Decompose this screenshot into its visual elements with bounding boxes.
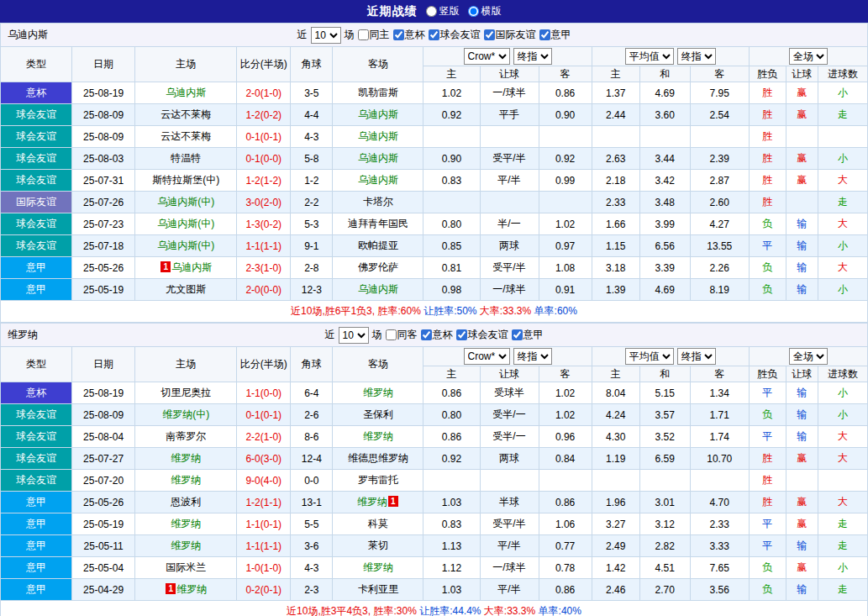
filter-option[interactable]: 意甲 xyxy=(539,28,571,42)
filter-option[interactable]: 意杯 xyxy=(421,328,453,342)
odds-home-cell: 1.12 xyxy=(423,557,480,579)
match-count-select[interactable]: 10 xyxy=(339,327,369,344)
odds-home-cell: 0.85 xyxy=(423,235,480,257)
filter-option[interactable]: 国际友谊 xyxy=(484,28,536,42)
corner-cell: 5-5 xyxy=(291,513,333,535)
result-cell: 负 xyxy=(749,279,786,301)
team-link: 圣保利 xyxy=(363,408,393,420)
avg-odds-select[interactable]: 平均值 xyxy=(625,348,674,365)
summary-text: 大率:33.3% xyxy=(477,305,532,317)
horizontal-layout-radio[interactable] xyxy=(468,6,479,17)
odds-final-select[interactable]: 终指 xyxy=(513,348,552,365)
avg-home-cell: 1.96 xyxy=(592,492,639,513)
odds-handicap-cell: 受平/半 xyxy=(480,148,539,170)
team-link: 科莫 xyxy=(368,518,388,529)
handicap-result-cell: 输 xyxy=(786,382,818,404)
odds-handicap-cell: 一/球半 xyxy=(480,279,539,301)
type-cell: 意甲 xyxy=(1,535,72,557)
avg-draw-cell: 3.01 xyxy=(639,492,690,513)
match-row: 国际友谊25-07-26乌迪内斯(中)3-0(2-0)2-2卡塔尔2.333.4… xyxy=(1,192,868,213)
type-cell: 意甲 xyxy=(1,579,72,601)
summary-text: 让胜率:50% xyxy=(421,305,477,317)
away-team-cell: 乌迪内斯 xyxy=(333,279,423,301)
match-count-select[interactable]: 10 xyxy=(311,27,341,44)
corner-cell: 3-6 xyxy=(291,535,333,557)
handicap-result-cell xyxy=(786,470,818,492)
handicap-result-cell: 输 xyxy=(786,235,818,257)
match-scope-select[interactable]: 全场 xyxy=(789,48,828,65)
odds-company-select[interactable]: Crow* xyxy=(464,348,510,365)
red-card-badge: 1 xyxy=(160,261,171,272)
goals-result-cell: 小 xyxy=(818,404,867,426)
avg-home-cell: 2.44 xyxy=(592,104,639,126)
column-header: 主 xyxy=(423,66,480,82)
avg-away-cell: 2.87 xyxy=(690,170,749,192)
avg-away-cell: 4.70 xyxy=(690,492,749,513)
odds-away-cell: 0.86 xyxy=(539,82,592,104)
avg-odds-select[interactable]: 平均值 xyxy=(625,48,674,65)
score-cell: 1-2(1-1) xyxy=(237,492,291,513)
score-cell: 0-1(0-0) xyxy=(237,148,291,170)
filter-checkbox[interactable] xyxy=(512,329,523,340)
filter-option[interactable]: 意甲 xyxy=(512,328,544,342)
filter-checkbox[interactable] xyxy=(421,329,432,340)
avg-home-cell: 1.39 xyxy=(592,279,639,301)
odds-away-cell xyxy=(539,470,592,492)
filter-checkbox[interactable] xyxy=(539,29,550,40)
filter-checkbox[interactable] xyxy=(393,29,404,40)
filter-checkbox[interactable] xyxy=(484,29,495,40)
filter-option[interactable]: 意杯 xyxy=(393,28,425,42)
team-link: 维罗纳 xyxy=(171,540,201,551)
away-team-cell: 迪拜青年国民 xyxy=(333,213,423,235)
vertical-layout-radio[interactable] xyxy=(426,6,437,17)
odds-home-cell: 1.03 xyxy=(423,492,480,513)
filter-option[interactable]: 球会友谊 xyxy=(429,28,481,42)
match-row: 意甲25-05-19尤文图斯2-0(0-0)12-3乌迪内斯0.98一/球半0.… xyxy=(1,279,868,301)
date-cell: 25-05-11 xyxy=(72,535,135,557)
goals-result-cell: 走 xyxy=(818,513,867,535)
date-cell: 25-08-04 xyxy=(72,426,135,448)
avg-home-cell: 2.63 xyxy=(592,148,639,170)
avg-draw-cell xyxy=(639,126,690,148)
avg-away-cell: 2.54 xyxy=(690,104,749,126)
column-header: 客 xyxy=(690,66,749,82)
team-name: 乌迪内斯 xyxy=(8,28,48,42)
filter-option[interactable]: 球会友谊 xyxy=(456,328,508,342)
date-cell: 25-07-20 xyxy=(72,470,135,492)
type-cell: 意甲 xyxy=(1,513,72,535)
team-link: 罗韦雷托 xyxy=(358,474,398,486)
filter-option[interactable]: 同客 xyxy=(386,328,418,342)
away-team-cell: 维罗纳 xyxy=(333,426,423,448)
odds-handicap-cell: 受平/半 xyxy=(480,257,539,279)
filter-checkbox[interactable] xyxy=(358,29,369,40)
score-cell: 1-2(1-2) xyxy=(237,170,291,192)
filter-label: 球会友谊 xyxy=(468,328,508,342)
avg-final-select[interactable]: 终指 xyxy=(677,348,716,365)
summary-row: 近10场,胜6平1负3, 胜率:60% 让胜率:50% 大率:33.3% 单率:… xyxy=(1,301,868,323)
layout-option-vertical[interactable]: 竖版 xyxy=(426,4,460,18)
away-team-cell: 凯勒雷斯 xyxy=(333,82,423,104)
score-cell: 0-1(0-1) xyxy=(237,126,291,148)
layout-option-horizontal[interactable]: 横版 xyxy=(468,4,502,18)
match-scope-select[interactable]: 全场 xyxy=(789,348,828,365)
column-header: 让球 xyxy=(786,366,818,382)
near-label: 近 xyxy=(325,328,335,342)
odds-company-select[interactable]: Crow* xyxy=(464,48,510,65)
team-link: 云达不莱梅 xyxy=(160,108,211,120)
odds-home-cell: 0.80 xyxy=(423,213,480,235)
odds-home-cell: 0.83 xyxy=(423,513,480,535)
filter-checkbox[interactable] xyxy=(429,29,439,40)
odds-final-select[interactable]: 终指 xyxy=(513,48,552,65)
result-cell: 负 xyxy=(749,213,786,235)
score-cell: 6-0(3-0) xyxy=(237,448,291,470)
filter-label: 意甲 xyxy=(551,28,571,42)
filter-option[interactable]: 同主 xyxy=(358,28,390,42)
avg-final-select[interactable]: 终指 xyxy=(677,48,716,65)
team-link: 卡利亚里 xyxy=(358,583,398,595)
filter-checkbox[interactable] xyxy=(456,329,467,340)
filter-checkbox[interactable] xyxy=(386,329,397,340)
goals-result-cell: 走 xyxy=(818,535,867,557)
column-header: 类型 xyxy=(1,47,72,82)
avg-home-cell xyxy=(592,126,639,148)
column-header: 角球 xyxy=(291,47,333,82)
